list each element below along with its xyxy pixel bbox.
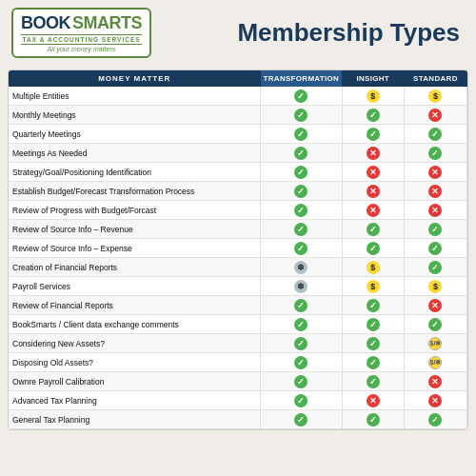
standard-cell: ✕ xyxy=(404,201,466,220)
snowflake-icon: ❄ xyxy=(294,280,307,293)
x-icon: ✕ xyxy=(428,166,442,179)
table-row: Payroll Services ❄ $ $ xyxy=(9,277,467,296)
col-header-standard: STANDARD xyxy=(404,70,466,87)
table-row: General Tax Planning ✓ ✓ ✓ xyxy=(9,410,467,429)
feature-cell: Creation of Financial Reports xyxy=(9,258,261,277)
insight-cell: ✓ xyxy=(342,125,404,144)
check-icon: ✓ xyxy=(294,204,307,217)
standard-cell: $/❄ xyxy=(404,353,466,372)
transform-cell: ✓ xyxy=(261,144,343,163)
membership-table: MONEY MATTER TRANSFORMATION INSIGHT STAN… xyxy=(9,70,467,429)
standard-cell: ✓ xyxy=(404,239,466,258)
transform-cell: ✓ xyxy=(261,410,343,429)
table-row: Review of Financial Reports ✓ ✓ ✕ xyxy=(9,296,467,315)
table-row: Considering New Assets? ✓ ✓ $/❄ xyxy=(9,334,467,353)
insight-cell: ✓ xyxy=(342,372,404,391)
logo-tagline-text: All your money matters xyxy=(21,46,142,52)
dollar-snowflake-icon: $/❄ xyxy=(428,337,442,350)
dollar-icon: $ xyxy=(367,89,380,103)
insight-cell: ✓ xyxy=(342,106,404,125)
table-row: Review of Progress with Budget/Forcast ✓… xyxy=(9,201,467,220)
transform-cell: ✓ xyxy=(261,391,343,410)
transform-cell: ✓ xyxy=(261,353,343,372)
standard-cell: $/❄ xyxy=(404,334,466,353)
logo-smarts-text: SMARTS xyxy=(72,13,142,33)
check-icon: ✓ xyxy=(294,128,307,141)
transform-cell: ✓ xyxy=(261,372,343,391)
table-row: BookSmarts / Client data exchange commen… xyxy=(9,315,467,334)
standard-cell: ✕ xyxy=(404,296,466,315)
check-icon: ✓ xyxy=(294,185,307,198)
feature-cell: Review of Financial Reports xyxy=(9,296,261,315)
standard-cell: ✓ xyxy=(404,315,466,334)
check-icon: ✓ xyxy=(294,356,307,369)
x-icon: ✕ xyxy=(428,204,442,217)
standard-cell: $ xyxy=(404,277,466,296)
standard-cell: ✓ xyxy=(404,125,466,144)
logo-sub-text: TAX & ACCOUNTING SERVICES xyxy=(21,34,142,45)
check-icon: ✓ xyxy=(294,109,307,122)
transform-cell: ✓ xyxy=(261,163,343,182)
check-icon: ✓ xyxy=(367,413,380,426)
insight-cell: ✓ xyxy=(342,315,404,334)
snowflake-icon: ❄ xyxy=(294,261,307,274)
table-row: Disposing Old Assets? ✓ ✓ $/❄ xyxy=(9,353,467,372)
feature-cell: Meetings As Needed xyxy=(9,144,261,163)
x-icon: ✕ xyxy=(367,166,380,179)
table-row: Establish Budget/Forecast Transformation… xyxy=(9,182,467,201)
check-icon: ✓ xyxy=(428,318,442,331)
x-icon: ✕ xyxy=(428,185,442,198)
standard-cell: ✓ xyxy=(404,258,466,277)
logo-top: BOOK SMARTS xyxy=(21,13,142,33)
insight-cell: ✕ xyxy=(342,182,404,201)
check-icon: ✓ xyxy=(294,299,307,312)
standard-cell: $ xyxy=(404,87,466,106)
logo-box: BOOK SMARTS TAX & ACCOUNTING SERVICES Al… xyxy=(11,8,151,58)
feature-cell: Strategy/Goal/Positioning Identification xyxy=(9,163,261,182)
feature-cell: Establish Budget/Forecast Transformation… xyxy=(9,182,261,201)
insight-cell: ✓ xyxy=(342,220,404,239)
check-icon: ✓ xyxy=(294,394,307,407)
insight-cell: ✕ xyxy=(342,391,404,410)
check-icon: ✓ xyxy=(428,147,442,160)
dollar-snowflake-icon: $/❄ xyxy=(428,356,442,369)
feature-cell: Multiple Entities xyxy=(9,87,261,106)
table-row: Review of Source Info – Expense ✓ ✓ ✓ xyxy=(9,239,467,258)
page-title: Membership Types xyxy=(151,18,465,48)
feature-cell: Advanced Tax Planning xyxy=(9,391,261,410)
check-icon: ✓ xyxy=(294,89,307,103)
check-icon: ✓ xyxy=(367,223,380,236)
col-header-transform: TRANSFORMATION xyxy=(261,70,343,87)
transform-cell: ✓ xyxy=(261,334,343,353)
table-row: Creation of Financial Reports ❄ $ ✓ xyxy=(9,258,467,277)
feature-cell: Review of Progress with Budget/Forcast xyxy=(9,201,261,220)
transform-cell: ✓ xyxy=(261,201,343,220)
check-icon: ✓ xyxy=(367,356,380,369)
check-icon: ✓ xyxy=(428,261,442,274)
col-header-feature: MONEY MATTER xyxy=(9,70,261,87)
x-icon: ✕ xyxy=(428,394,442,407)
feature-cell: General Tax Planning xyxy=(9,410,261,429)
check-icon: ✓ xyxy=(294,375,307,388)
feature-cell: Monthly Meetings xyxy=(9,106,261,125)
col-header-insight: INSIGHT xyxy=(342,70,404,87)
feature-cell: Ownre Payroll Calibration xyxy=(9,372,261,391)
check-icon: ✓ xyxy=(294,166,307,179)
check-icon: ✓ xyxy=(367,318,380,331)
insight-cell: $ xyxy=(342,258,404,277)
standard-cell: ✓ xyxy=(404,410,466,429)
check-icon: ✓ xyxy=(367,375,380,388)
standard-cell: ✕ xyxy=(404,106,466,125)
x-icon: ✕ xyxy=(367,147,380,160)
insight-cell: ✕ xyxy=(342,201,404,220)
feature-cell: BookSmarts / Client data exchange commen… xyxy=(9,315,261,334)
insight-cell: $ xyxy=(342,87,404,106)
insight-cell: ✕ xyxy=(342,144,404,163)
standard-cell: ✕ xyxy=(404,372,466,391)
dollar-icon: $ xyxy=(367,280,380,293)
membership-table-container: MONEY MATTER TRANSFORMATION INSIGHT STAN… xyxy=(8,69,468,430)
feature-cell: Quarterly Meetings xyxy=(9,125,261,144)
x-icon: ✕ xyxy=(428,299,442,312)
table-row: Monthly Meetings ✓ ✓ ✕ xyxy=(9,106,467,125)
transform-cell: ❄ xyxy=(261,258,343,277)
